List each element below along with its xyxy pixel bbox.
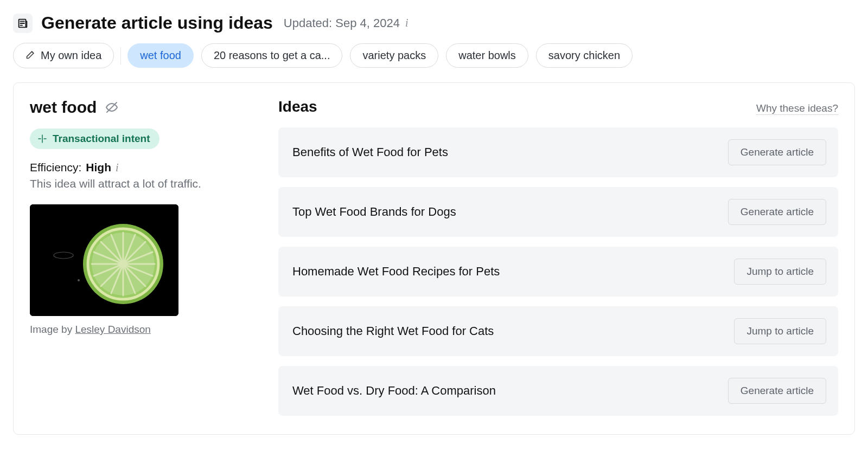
jump-to-article-button[interactable]: Jump to article [734, 318, 826, 344]
newspaper-icon [13, 14, 33, 33]
generate-article-button[interactable]: Generate article [728, 378, 826, 404]
jump-to-article-button[interactable]: Jump to article [734, 259, 826, 285]
main-panel: wet food Transactional intent Efficiency… [13, 82, 855, 435]
intent-icon [37, 134, 47, 144]
pill-label: water bowls [458, 49, 516, 62]
topic-pill[interactable]: water bowls [446, 43, 528, 68]
topic-pills-row: My own idea wet food20 reasons to get a … [13, 43, 855, 68]
page-header: Generate article using ideas Updated: Se… [13, 13, 855, 33]
intent-badge: Transactional intent [30, 128, 159, 149]
efficiency-label: Efficiency: [30, 161, 81, 174]
topic-pill[interactable]: variety packs [350, 43, 438, 68]
ideas-column: Ideas Why these ideas? Benefits of Wet F… [278, 98, 838, 416]
idea-row: Choosing the Right Wet Food for CatsJump… [278, 306, 838, 356]
generate-article-button[interactable]: Generate article [728, 139, 826, 165]
topic-title: wet food [30, 98, 97, 117]
topic-thumbnail [30, 204, 178, 316]
topic-pill[interactable]: 20 reasons to get a ca... [201, 43, 343, 68]
pill-label: savory chicken [548, 49, 620, 62]
idea-title: Wet Food vs. Dry Food: A Comparison [292, 384, 496, 398]
pill-label: My own idea [41, 49, 101, 62]
page-title: Generate article using ideas [41, 13, 273, 33]
pill-label: 20 reasons to get a ca... [214, 49, 330, 62]
idea-title: Benefits of Wet Food for Pets [292, 145, 448, 159]
topic-pill[interactable]: savory chicken [536, 43, 633, 68]
image-author-link[interactable]: Lesley Davidson [75, 324, 150, 335]
idea-title: Homemade Wet Food Recipes for Pets [292, 265, 500, 279]
ideas-list: Benefits of Wet Food for PetsGenerate ar… [278, 127, 838, 416]
info-icon[interactable]: i [405, 17, 409, 29]
info-icon[interactable]: i [116, 162, 119, 174]
idea-title: Top Wet Food Brands for Dogs [292, 205, 456, 219]
topic-pill[interactable]: wet food [127, 43, 194, 68]
why-these-ideas-link[interactable]: Why these ideas? [756, 102, 838, 115]
idea-row: Wet Food vs. Dry Food: A ComparisonGener… [278, 366, 838, 416]
idea-title: Choosing the Right Wet Food for Cats [292, 324, 494, 338]
hide-icon[interactable] [105, 101, 118, 114]
ideas-heading: Ideas [278, 98, 317, 115]
image-credit: Image by Lesley Davidson [30, 324, 263, 336]
topic-header: wet food [30, 98, 263, 117]
idea-row: Benefits of Wet Food for PetsGenerate ar… [278, 127, 838, 177]
idea-row: Top Wet Food Brands for DogsGenerate art… [278, 187, 838, 237]
efficiency-value: High [86, 161, 111, 174]
updated-text: Updated: Sep 4, 2024 [284, 16, 400, 30]
svg-point-22 [78, 279, 80, 281]
pill-label: variety packs [362, 49, 426, 62]
updated-label: Updated: Sep 4, 2024 i [284, 16, 409, 30]
idea-row: Homemade Wet Food Recipes for PetsJump t… [278, 247, 838, 297]
pill-divider [120, 47, 121, 65]
pill-label: wet food [140, 49, 181, 62]
efficiency-line: Efficiency: High i [30, 161, 263, 174]
pencil-icon [25, 49, 36, 62]
my-own-idea-pill[interactable]: My own idea [13, 43, 114, 68]
efficiency-description: This idea will attract a lot of traffic. [30, 177, 263, 190]
image-by-prefix: Image by [30, 324, 75, 335]
intent-label: Transactional intent [53, 133, 150, 145]
ideas-header: Ideas Why these ideas? [278, 98, 838, 115]
topic-details-column: wet food Transactional intent Efficiency… [30, 98, 263, 416]
generate-article-button[interactable]: Generate article [728, 199, 826, 225]
